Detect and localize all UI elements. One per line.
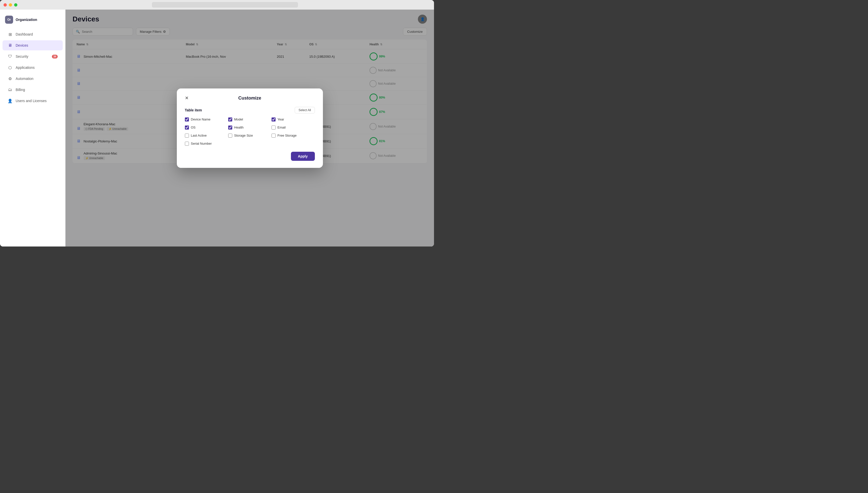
modal-title: Customize <box>238 95 261 101</box>
sidebar-item-label: Users and Licenses <box>16 99 47 103</box>
checkbox-device-name[interactable]: Device Name <box>185 117 228 122</box>
devices-icon: 🖥 <box>7 43 13 48</box>
sidebar-item-security[interactable]: 🛡 Security 34 <box>2 51 63 62</box>
checkbox-input-last-active[interactable] <box>185 134 189 137</box>
checkbox-year[interactable]: Year <box>272 117 315 122</box>
automation-icon: ⚙ <box>7 76 13 81</box>
checkbox-model[interactable]: Model <box>228 117 272 122</box>
titlebar <box>0 0 434 9</box>
sidebar-item-label: Applications <box>16 66 35 69</box>
org-name: Organization <box>16 18 37 22</box>
sidebar-item-billing[interactable]: 🗂 Billing <box>2 85 63 95</box>
sidebar-item-label: Devices <box>16 43 28 47</box>
security-icon: 🛡 <box>7 54 13 59</box>
sidebar: Or Organization ⊞ Dashboard 🖥 Devices 🛡 … <box>0 9 66 246</box>
minimize-button[interactable] <box>9 3 12 6</box>
checkbox-input-email[interactable] <box>272 126 276 130</box>
app-window: Or Organization ⊞ Dashboard 🖥 Devices 🛡 … <box>0 0 434 246</box>
maximize-button[interactable] <box>14 3 17 6</box>
checkbox-input-storage-size[interactable] <box>228 134 232 137</box>
checkbox-input-health[interactable] <box>228 126 232 130</box>
customize-modal: ✕ Customize Table item Select All D <box>177 88 323 168</box>
sidebar-item-applications[interactable]: ⬡ Applications <box>2 63 63 72</box>
checkbox-last-active[interactable]: Last Active <box>185 134 228 137</box>
sidebar-item-devices[interactable]: 🖥 Devices <box>2 40 63 50</box>
org-avatar: Or <box>5 16 13 24</box>
modal-close-button[interactable]: ✕ <box>185 96 189 100</box>
modal-footer: Apply <box>185 152 315 161</box>
checkbox-input-year[interactable] <box>272 117 276 122</box>
checkbox-os[interactable]: OS <box>185 126 228 130</box>
close-button[interactable] <box>3 3 7 6</box>
main-content: Devices 👤 🔍 Manage Filters ⚙ Customize <box>66 9 434 246</box>
checkbox-input-model[interactable] <box>228 117 232 122</box>
checkbox-storage-size[interactable]: Storage Size <box>228 134 272 137</box>
checkbox-input-serial-number[interactable] <box>185 142 189 146</box>
users-icon: 👤 <box>7 98 13 103</box>
modal-header: ✕ Customize <box>185 95 315 101</box>
checkbox-grid: Device Name Model Year OS <box>185 117 315 146</box>
sidebar-item-label: Automation <box>16 77 33 81</box>
sidebar-item-label: Dashboard <box>16 32 33 36</box>
modal-overlay[interactable]: ✕ Customize Table item Select All D <box>66 9 434 246</box>
select-all-button[interactable]: Select All <box>295 107 315 113</box>
checkbox-health[interactable]: Health <box>228 126 272 130</box>
app-body: Or Organization ⊞ Dashboard 🖥 Devices 🛡 … <box>0 9 434 246</box>
checkbox-email[interactable]: Email <box>272 126 315 130</box>
checkbox-input-free-storage[interactable] <box>272 134 276 137</box>
checkbox-input-os[interactable] <box>185 126 189 130</box>
sidebar-item-automation[interactable]: ⚙ Automation <box>2 73 63 84</box>
dashboard-icon: ⊞ <box>7 32 13 37</box>
checkbox-free-storage[interactable]: Free Storage <box>272 134 315 137</box>
sidebar-item-label: Security <box>16 55 28 59</box>
applications-icon: ⬡ <box>7 65 13 70</box>
sidebar-item-users[interactable]: 👤 Users and Licenses <box>2 96 63 106</box>
modal-section-title: Table item Select All <box>185 107 315 113</box>
sidebar-item-label: Billing <box>16 88 25 92</box>
checkbox-input-device-name[interactable] <box>185 117 189 122</box>
sidebar-item-dashboard[interactable]: ⊞ Dashboard <box>2 29 63 39</box>
apply-button[interactable]: Apply <box>291 152 315 161</box>
billing-icon: 🗂 <box>7 87 13 92</box>
org-header: Or Organization <box>0 14 65 29</box>
url-bar[interactable] <box>152 2 298 7</box>
security-badge: 34 <box>52 55 58 59</box>
checkbox-serial-number[interactable]: Serial Number <box>185 142 228 146</box>
